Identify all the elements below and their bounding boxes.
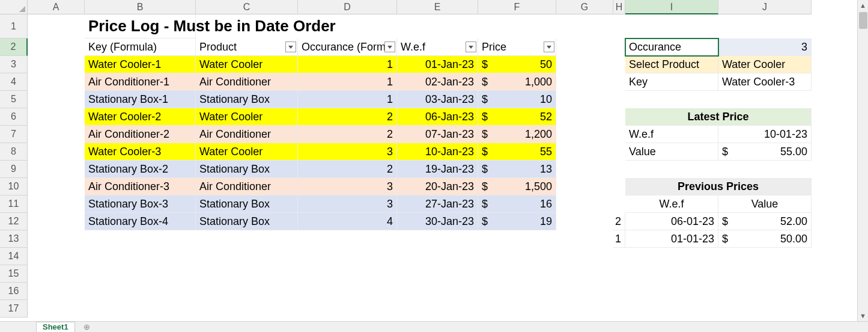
cell-price[interactable]: $1,200	[478, 126, 556, 143]
cell-occurance[interactable]: 3	[298, 143, 397, 161]
row-header-9[interactable]: 9	[0, 161, 28, 178]
side-occurance-value[interactable]: 3	[718, 38, 812, 56]
cell-product[interactable]: Stationary Box	[196, 91, 298, 108]
cell-key[interactable]: Stationary Box-3	[85, 195, 196, 213]
row-header-13[interactable]: 13	[0, 230, 28, 248]
cell-occurance[interactable]: 1	[298, 91, 397, 108]
cell-key[interactable]: Stationary Box-2	[85, 161, 196, 178]
cell-key[interactable]: Air Conditioner-3	[85, 178, 196, 195]
row-header-10[interactable]: 10	[0, 178, 28, 195]
latest-wef-value[interactable]: 10-01-23	[718, 126, 812, 143]
column-header-B[interactable]: B	[85, 0, 196, 14]
cell-key[interactable]: Stationary Box-1	[85, 91, 196, 108]
column-header-G[interactable]: G	[556, 0, 613, 14]
cell-price[interactable]: $19	[478, 213, 556, 230]
column-header-F[interactable]: F	[478, 0, 556, 14]
cell-key[interactable]: Stationary Box-4	[85, 213, 196, 230]
latest-value[interactable]: $55.00	[718, 143, 812, 161]
cell-product[interactable]: Stationary Box	[196, 161, 298, 178]
row-header-6[interactable]: 6	[0, 108, 28, 126]
prev-wef[interactable]: 01-01-23	[625, 230, 718, 248]
cell-occurance[interactable]: 1	[298, 56, 397, 73]
side-select-product-value[interactable]: Water Cooler	[718, 56, 812, 73]
scroll-down-icon[interactable]: ▼	[858, 310, 868, 321]
cell-occurance[interactable]: 4	[298, 213, 397, 230]
cell-price[interactable]: $13	[478, 161, 556, 178]
scroll-up-icon[interactable]: ▲	[858, 0, 868, 11]
sheet-tab[interactable]: Sheet1	[36, 322, 75, 333]
column-header-E[interactable]: E	[397, 0, 478, 14]
row-header-8[interactable]: 8	[0, 143, 28, 161]
row-header-5[interactable]: 5	[0, 91, 28, 108]
cell-product[interactable]: Air Conditioner	[196, 126, 298, 143]
column-header-I[interactable]: I	[625, 0, 718, 14]
filter-wef-icon[interactable]	[466, 42, 476, 52]
cell-product[interactable]: Water Cooler	[196, 143, 298, 161]
row-header-11[interactable]: 11	[0, 195, 28, 213]
cell-wef[interactable]: 03-Jan-23	[397, 91, 478, 108]
side-occurance-label[interactable]: Occurance	[625, 38, 718, 56]
row-header-3[interactable]: 3	[0, 56, 28, 73]
cell-product[interactable]: Water Cooler	[196, 56, 298, 73]
cell-wef[interactable]: 10-Jan-23	[397, 143, 478, 161]
row-header-1[interactable]: 1	[0, 14, 28, 38]
column-header-A[interactable]: A	[28, 0, 85, 14]
filter-occurance-icon[interactable]	[384, 42, 395, 52]
prev-value[interactable]: $52.00	[718, 213, 812, 230]
vertical-scrollbar[interactable]: ▲▼	[857, 0, 868, 321]
cell-wef[interactable]: 27-Jan-23	[397, 195, 478, 213]
cell-price[interactable]: $16	[478, 195, 556, 213]
scroll-thumb[interactable]	[859, 12, 867, 29]
cell-occurance[interactable]: 3	[298, 195, 397, 213]
cell-price[interactable]: $55	[478, 143, 556, 161]
filter-price-icon[interactable]	[544, 42, 554, 52]
row-header-7[interactable]: 7	[0, 126, 28, 143]
cell-occurance[interactable]: 2	[298, 126, 397, 143]
column-header-D[interactable]: D	[298, 0, 397, 14]
row-header-14[interactable]: 14	[0, 248, 28, 265]
cell-occurance[interactable]: 1	[298, 73, 397, 91]
cell-wef[interactable]: 07-Jan-23	[397, 126, 478, 143]
row-header-4[interactable]: 4	[0, 73, 28, 91]
cell-key[interactable]: Air Conditioner-2	[85, 126, 196, 143]
row-header-12[interactable]: 12	[0, 213, 28, 230]
select-all-corner[interactable]	[0, 0, 28, 14]
cell-product[interactable]: Stationary Box	[196, 213, 298, 230]
cell-occurance[interactable]: 2	[298, 161, 397, 178]
cell-price[interactable]: $50	[478, 56, 556, 73]
cell-wef[interactable]: 30-Jan-23	[397, 213, 478, 230]
cell-product[interactable]: Air Conditioner	[196, 73, 298, 91]
cell-product[interactable]: Stationary Box	[196, 195, 298, 213]
cell-key[interactable]: Air Conditioner-1	[85, 73, 196, 91]
cell-wef[interactable]: 19-Jan-23	[397, 161, 478, 178]
cell-price[interactable]: $10	[478, 91, 556, 108]
prev-value[interactable]: $50.00	[718, 230, 812, 248]
prev-index[interactable]: 2	[613, 213, 625, 230]
prev-index[interactable]: 1	[613, 230, 625, 248]
row-header-16[interactable]: 16	[0, 283, 28, 300]
prev-wef[interactable]: 06-01-23	[625, 213, 718, 230]
cell-price[interactable]: $1,000	[478, 73, 556, 91]
cell-key[interactable]: Water Cooler-3	[85, 143, 196, 161]
cell-occurance[interactable]: 2	[298, 108, 397, 126]
cell-key[interactable]: Water Cooler-2	[85, 108, 196, 126]
cell-occurance[interactable]: 3	[298, 178, 397, 195]
cell-wef[interactable]: 02-Jan-23	[397, 73, 478, 91]
cell-product[interactable]: Air Conditioner	[196, 178, 298, 195]
cell-price[interactable]: $52	[478, 108, 556, 126]
cell-wef[interactable]: 06-Jan-23	[397, 108, 478, 126]
column-header-J[interactable]: J	[718, 0, 812, 14]
cell-price[interactable]: $1,500	[478, 178, 556, 195]
row-header-2[interactable]: 2	[0, 38, 28, 56]
cell-wef[interactable]: 01-Jan-23	[397, 56, 478, 73]
cell-wef[interactable]: 20-Jan-23	[397, 178, 478, 195]
filter-product-icon[interactable]	[285, 42, 296, 52]
row-header-15[interactable]: 15	[0, 265, 28, 283]
row-header-17[interactable]: 17	[0, 300, 28, 318]
add-sheet-icon[interactable]: ⊕	[81, 322, 93, 331]
column-header-C[interactable]: C	[196, 0, 298, 14]
cell-product[interactable]: Water Cooler	[196, 108, 298, 126]
side-key-value[interactable]: Water Cooler-3	[718, 73, 812, 91]
column-header-H[interactable]: H	[613, 0, 625, 14]
cell-key[interactable]: Water Cooler-1	[85, 56, 196, 73]
